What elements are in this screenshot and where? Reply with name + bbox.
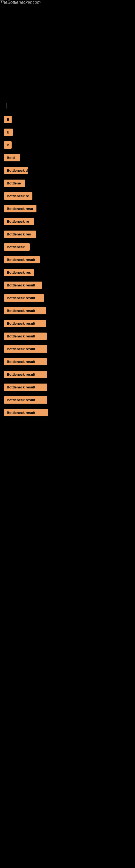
result-badge-12: Bottleneck result — [4, 256, 40, 264]
result-badge-18: Bottleneck result — [4, 333, 47, 340]
result-row-2[interactable]: E — [4, 127, 131, 138]
result-badge-21: Bottleneck result — [4, 371, 47, 378]
result-badge-3: B — [4, 141, 12, 149]
result-row-21[interactable]: Bottleneck result — [4, 369, 131, 381]
result-badge-1: B — [4, 116, 12, 123]
result-badge-17: Bottleneck result — [4, 320, 46, 327]
result-row-16[interactable]: Bottleneck result — [4, 305, 131, 317]
result-row-22[interactable]: Bottleneck result — [4, 382, 131, 394]
result-badge-15: Bottleneck result — [4, 294, 44, 302]
result-badge-14: Bottleneck result — [4, 282, 42, 289]
result-badge-2: E — [4, 129, 13, 136]
result-badge-22: Bottleneck result — [4, 383, 47, 391]
result-badge-9: Bottleneck re — [4, 218, 34, 225]
result-row-12[interactable]: Bottleneck result — [4, 254, 131, 266]
result-badge-8: Bottleneck resu — [4, 205, 37, 212]
result-badge-20: Bottleneck result — [4, 358, 47, 365]
result-row-11[interactable]: Bottleneck — [4, 242, 131, 253]
result-badge-24: Bottleneck result — [4, 409, 48, 416]
result-badge-4: Bottl — [4, 154, 20, 161]
result-row-17[interactable]: Bottleneck result — [4, 318, 131, 330]
result-row-19[interactable]: Bottleneck result — [4, 344, 131, 355]
result-row-7[interactable]: Bottleneck re — [4, 191, 131, 203]
cursor-indicator: | — [5, 102, 131, 109]
result-badge-19: Bottleneck result — [4, 345, 47, 352]
result-badge-6: Bottlene — [4, 180, 25, 187]
result-row-23[interactable]: Bottleneck result — [4, 395, 131, 406]
result-row-20[interactable]: Bottleneck result — [4, 356, 131, 368]
result-row-4[interactable]: Bottl — [4, 152, 131, 164]
result-badge-11: Bottleneck — [4, 243, 30, 251]
results-list: BEBBottlBottleneck dBottleneBottleneck r… — [4, 114, 131, 419]
result-row-18[interactable]: Bottleneck result — [4, 331, 131, 343]
result-row-1[interactable]: B — [4, 114, 131, 126]
result-row-24[interactable]: Bottleneck result — [4, 407, 131, 419]
result-row-6[interactable]: Bottlene — [4, 178, 131, 190]
site-title-bar: TheBottlenecker.com — [0, 0, 135, 5]
result-badge-13: Bottleneck res — [4, 269, 34, 276]
result-row-14[interactable]: Bottleneck result — [4, 280, 131, 291]
result-badge-23: Bottleneck result — [4, 396, 47, 404]
result-badge-5: Bottleneck d — [4, 167, 28, 174]
result-badge-7: Bottleneck re — [4, 192, 32, 199]
main-content: | BEBBottlBottleneck dBottleneBottleneck… — [0, 5, 135, 423]
result-row-8[interactable]: Bottleneck resu — [4, 204, 131, 215]
result-row-15[interactable]: Bottleneck result — [4, 293, 131, 304]
site-title: TheBottlenecker.com — [0, 0, 41, 7]
result-row-9[interactable]: Bottleneck re — [4, 216, 131, 228]
result-row-13[interactable]: Bottleneck res — [4, 267, 131, 279]
result-row-5[interactable]: Bottleneck d — [4, 165, 131, 177]
result-badge-16: Bottleneck result — [4, 307, 46, 314]
result-badge-10: Bottleneck res — [4, 230, 36, 238]
result-row-10[interactable]: Bottleneck res — [4, 229, 131, 241]
result-row-3[interactable]: B — [4, 140, 131, 151]
